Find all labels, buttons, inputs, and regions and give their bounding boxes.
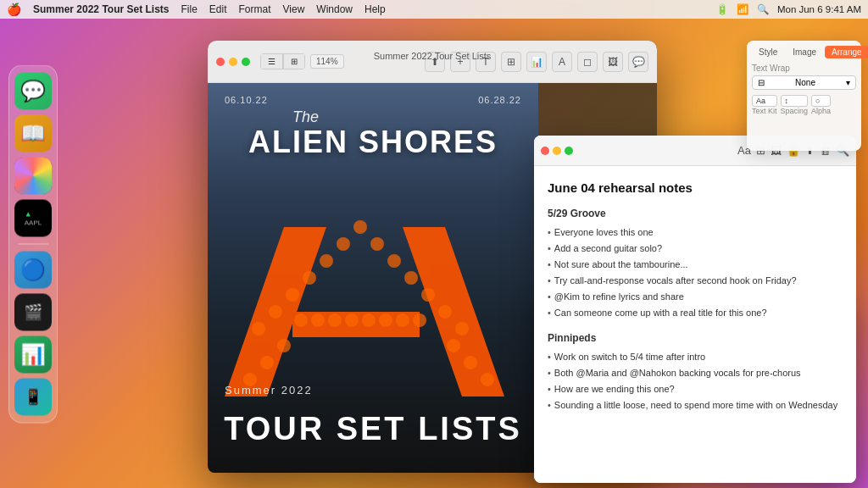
menubar-edit[interactable]: Edit xyxy=(209,3,227,15)
format-panel: Style Image Arrange Text Wrap ⊟ None ▾ A… xyxy=(747,41,861,151)
note-close-btn[interactable] xyxy=(541,147,549,155)
wifi-icon: 📶 xyxy=(737,3,748,15)
note-bullet: Both @Maria and @Nahokon backing vocals … xyxy=(548,366,843,380)
svg-point-13 xyxy=(370,237,384,251)
svg-point-24 xyxy=(328,313,342,327)
media-btn[interactable]: 🖼 xyxy=(603,52,623,72)
traffic-lights xyxy=(216,58,250,66)
menubar-file[interactable]: File xyxy=(181,3,198,15)
grid-view-btn[interactable]: ⊞ xyxy=(283,53,305,69)
dock-icon-numbers[interactable]: 📊 xyxy=(14,336,52,374)
dock-icon-photos[interactable] xyxy=(14,158,52,195)
svg-point-27 xyxy=(379,313,392,327)
menubar-right: 🔋 📶 🔍 Mon Jun 6 9:41 AM xyxy=(716,3,861,15)
text-wrap-value: None xyxy=(795,78,815,87)
note-bullet: Add a second guitar solo? xyxy=(548,241,843,256)
svg-point-16 xyxy=(421,288,435,302)
menubar-help[interactable]: Help xyxy=(364,3,386,15)
menubar-window[interactable]: Window xyxy=(316,3,353,15)
note-bullet: @Kim to refine lyrics and share xyxy=(548,290,843,304)
svg-point-29 xyxy=(413,313,426,327)
note-section-pinnipeds: Pinnipeds xyxy=(548,330,843,347)
note-bullet: Not sure about the tambourine... xyxy=(548,258,843,272)
dock-icon-finder[interactable]: 🔵 xyxy=(14,252,52,289)
svg-point-9 xyxy=(303,271,316,285)
note-minimize-btn[interactable] xyxy=(553,147,561,155)
poster-date-left: 06.10.22 xyxy=(225,95,268,105)
menubar-view[interactable]: View xyxy=(283,3,305,15)
svg-point-28 xyxy=(396,313,409,327)
spacing-box[interactable]: ↕ xyxy=(781,95,809,107)
svg-point-15 xyxy=(404,271,418,285)
svg-point-21 xyxy=(481,373,494,386)
svg-point-12 xyxy=(353,220,367,234)
text-wrap-label: Text Wrap xyxy=(752,64,856,73)
format-tab-image[interactable]: Image xyxy=(786,46,823,58)
list-view-btn[interactable]: ☰ xyxy=(260,53,283,69)
view-toggle[interactable]: ☰ ⊞ xyxy=(260,53,305,69)
note-bullet: Work on switch to 5/4 time after intro xyxy=(548,350,843,364)
window-title: Summer 2022 Tour Set Lists xyxy=(374,51,492,61)
svg-point-23 xyxy=(311,313,325,327)
text-kit-label: Text Kit xyxy=(752,107,777,115)
zoom-level[interactable]: 114% xyxy=(310,54,344,69)
format-tab-arrange[interactable]: Arrange xyxy=(825,46,868,58)
svg-point-11 xyxy=(337,237,350,251)
dock-icon-messages[interactable]: 💬 xyxy=(14,73,52,110)
poster-subtitle: Summer 2022 xyxy=(225,384,313,396)
search-icon[interactable]: 🔍 xyxy=(757,3,769,15)
maximize-button[interactable] xyxy=(242,58,250,66)
note-section-groove: 5/29 Groove xyxy=(548,206,843,222)
text-kit-box[interactable]: Aa xyxy=(752,95,777,107)
svg-point-26 xyxy=(362,313,376,327)
note-heading: June 04 rehearsal notes xyxy=(548,178,843,197)
comment-btn[interactable]: 💬 xyxy=(628,52,648,72)
shapes-btn[interactable]: ◻ xyxy=(577,52,598,72)
dock-icon-stocks[interactable]: ▲ AAPL xyxy=(14,200,52,237)
menubar-app-name[interactable]: Summer 2022 Tour Set Lists xyxy=(33,3,170,15)
alpha-box[interactable]: ○ xyxy=(811,95,831,107)
svg-point-19 xyxy=(447,339,460,352)
note-maximize-btn[interactable] xyxy=(565,147,573,155)
note-bullet: Sounding a little loose, need to spend m… xyxy=(548,398,843,413)
text-btn[interactable]: A xyxy=(552,52,572,72)
alpha-label: Alpha xyxy=(811,107,831,115)
menubar: 🍎 Summer 2022 Tour Set Lists File Edit F… xyxy=(0,0,868,19)
dock-divider xyxy=(18,244,48,245)
format-tab-style[interactable]: Style xyxy=(752,46,784,58)
poster-date-right: 06.28.22 xyxy=(478,95,521,105)
dock-icon-final-cut[interactable]: 🎬 xyxy=(14,294,52,331)
minimize-button[interactable] xyxy=(229,58,237,66)
apple-menu[interactable]: 🍎 xyxy=(7,3,21,16)
dock-icon-books[interactable]: 📖 xyxy=(14,115,52,152)
svg-point-6 xyxy=(252,322,265,336)
dock-icon-simulator[interactable]: 📱 xyxy=(14,379,52,416)
svg-point-17 xyxy=(438,305,452,319)
svg-point-18 xyxy=(455,322,469,336)
svg-point-5 xyxy=(277,339,291,352)
svg-point-8 xyxy=(286,288,299,302)
notes-toolbar: ☰ ⊞ 114% ⬆ + T ⊞ 📊 A ◻ 🖼 💬 xyxy=(208,41,657,83)
text-wrap-dropdown[interactable]: ⊟ None ▾ xyxy=(752,75,856,90)
chart-btn[interactable]: 📊 xyxy=(526,52,547,72)
svg-point-25 xyxy=(345,313,359,327)
note-content: June 04 rehearsal notes 5/29 Groove Ever… xyxy=(534,166,856,483)
poster-band-name: ALIEN SHORES xyxy=(248,125,498,159)
close-button[interactable] xyxy=(216,58,225,66)
poster-main-title: TOUR SET LISTS xyxy=(208,411,538,447)
note-bullet: Everyone loves this one xyxy=(548,225,843,240)
menubar-left: 🍎 Summer 2022 Tour Set Lists File Edit F… xyxy=(7,3,386,16)
tour-poster: 06.10.22 06.28.22 The ALIEN SHORES xyxy=(208,83,538,473)
table-btn[interactable]: ⊞ xyxy=(501,52,521,72)
format-row-options: Aa Text Kit ↕ Spacing ○ Alpha xyxy=(752,95,856,115)
text-wrap-icon: ⊟ xyxy=(758,78,765,87)
note-bullet: Can someone come up with a real title fo… xyxy=(548,306,843,320)
dropdown-chevron: ▾ xyxy=(846,78,850,87)
note-bullet: How are we ending this one? xyxy=(548,382,843,396)
svg-point-10 xyxy=(320,254,333,268)
dock: 💬 📖 ▲ AAPL 🔵 🎬 📊 📱 xyxy=(8,65,58,424)
spacing-label: Spacing xyxy=(781,107,809,115)
svg-point-14 xyxy=(387,254,401,268)
svg-point-4 xyxy=(260,356,274,369)
menubar-format[interactable]: Format xyxy=(239,3,271,15)
